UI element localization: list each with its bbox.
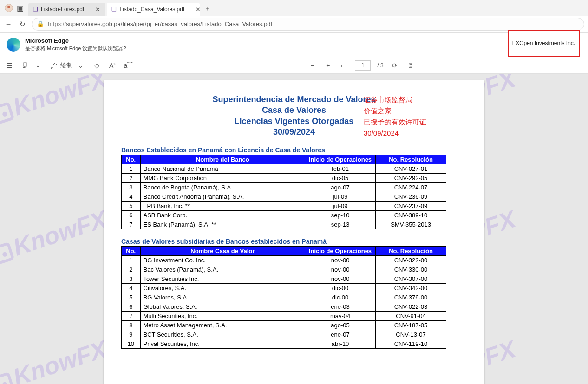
workspaces-icon[interactable]: ▣ bbox=[17, 4, 24, 13]
cell-op: nov-00 bbox=[305, 255, 376, 265]
col-res: No. Resolución bbox=[376, 246, 446, 255]
watermark: KnowFX bbox=[0, 205, 110, 268]
svg-rect-0 bbox=[24, 63, 26, 66]
address-bar[interactable]: 🔒 https://supervalores.gob.pa/files/iper… bbox=[32, 18, 584, 31]
pdf-page: Superintendencia de Mercado de Valores C… bbox=[104, 80, 484, 384]
back-icon[interactable]: ← bbox=[4, 20, 13, 28]
close-icon[interactable]: ✕ bbox=[95, 6, 100, 13]
cell-res: SMV-355-2013 bbox=[376, 220, 446, 229]
table-row: 6Global Valores, S.A.ene-03CNV-022-03 bbox=[122, 302, 446, 311]
edge-prompt-subtitle: 是否要将 Microsoft Edge 设置为默认浏览器? bbox=[25, 45, 126, 52]
table-row: 7ES Bank (Panamá), S.A. **sep-13SMV-355-… bbox=[122, 220, 446, 229]
col-name: Nombre Casa de Valor bbox=[140, 246, 305, 255]
cell-name: Metro Asset Management, S.A. bbox=[140, 320, 305, 330]
cell-res: CNV-224-07 bbox=[376, 182, 446, 192]
cell-no: 2 bbox=[122, 265, 141, 274]
refresh-icon[interactable]: ↻ bbox=[18, 20, 27, 28]
table-bancos: No. Nombre del Banco Inicio de Operacion… bbox=[121, 155, 446, 229]
zoom-out-icon[interactable]: − bbox=[307, 62, 317, 69]
cell-no: 7 bbox=[122, 311, 141, 320]
cell-no: 3 bbox=[122, 274, 141, 283]
highlighter-icon[interactable] bbox=[20, 61, 30, 69]
draw-label[interactable]: 绘制 bbox=[60, 61, 72, 70]
cell-op: jul-09 bbox=[305, 192, 376, 201]
col-name: Nombre del Banco bbox=[140, 155, 305, 164]
close-icon[interactable]: ✕ bbox=[196, 6, 201, 13]
cell-res: CNV-13-07 bbox=[376, 330, 446, 339]
cell-name: ES Bank (Panamá), S.A. ** bbox=[140, 220, 305, 229]
contents-icon[interactable]: ☰ bbox=[5, 62, 14, 69]
cell-no: 4 bbox=[122, 283, 141, 293]
add-tab-icon[interactable]: ＋ bbox=[204, 5, 211, 13]
cell-op: dic-00 bbox=[305, 283, 376, 293]
tab-casa-valores[interactable]: ❑ Listado_Casa_Valores.pdf ✕ bbox=[107, 3, 200, 16]
profile-avatar-icon[interactable] bbox=[5, 4, 13, 12]
section1-title: Bancos Establecidos en Panamá con Licenc… bbox=[121, 146, 467, 154]
table-casas: No. Nombre Casa de Valor Inicio de Opera… bbox=[121, 246, 446, 349]
cell-op: ene-07 bbox=[305, 330, 376, 339]
browser-titlebar: ▣ ❑ Listado-Forex.pdf ✕ ❑ Listado_Casa_V… bbox=[0, 0, 588, 16]
pen-icon[interactable] bbox=[49, 61, 59, 69]
page-number-input[interactable] bbox=[355, 60, 371, 71]
pdf-viewer[interactable]: KnowFX KnowFX KnowFX KnowFX KnowFX KnowF… bbox=[0, 74, 588, 384]
cell-res: CNV-119-10 bbox=[376, 339, 446, 348]
col-no: No. bbox=[122, 246, 141, 255]
cell-no: 7 bbox=[122, 220, 141, 229]
edge-logo-icon bbox=[7, 38, 20, 52]
cell-name: Banco Nacional de Panamá bbox=[140, 164, 305, 173]
cell-name: Multi Securities, Inc. bbox=[140, 311, 305, 320]
page-count: / 3 bbox=[377, 62, 383, 69]
table-row: 9BCT Securities, S.A.ene-07CNV-13-07 bbox=[122, 330, 446, 339]
cell-name: Bac Valores (Panamá), S.A. bbox=[140, 265, 305, 274]
table-row: 4Banco Credit Andorra (Panamá), S.A.jul-… bbox=[122, 192, 446, 201]
cell-res: CNV-307-00 bbox=[376, 274, 446, 283]
translation-annotation: 证券市场监督局 价值之家 已授予的有效许可证 30/09/2024 bbox=[364, 94, 426, 139]
cell-no: 6 bbox=[122, 210, 141, 220]
tab-forex[interactable]: ❑ Listado-Forex.pdf ✕ bbox=[28, 3, 105, 16]
cell-op: abr-10 bbox=[305, 339, 376, 348]
section2-title: Casas de Valores subsidiarias de Bancos … bbox=[121, 238, 467, 245]
cell-res: CNV-389-10 bbox=[376, 210, 446, 220]
cell-name: Citivalores, S.A. bbox=[140, 283, 305, 293]
cell-no: 8 bbox=[122, 320, 141, 330]
cell-op: ene-03 bbox=[305, 302, 376, 311]
lock-icon: 🔒 bbox=[37, 20, 44, 27]
cell-name: MMG Bank Corporation bbox=[140, 173, 305, 182]
table-row: 10Prival Securities, Inc.abr-10CNV-119-1… bbox=[122, 339, 446, 348]
col-op: Inicio de Operaciones bbox=[305, 246, 376, 255]
table-row: 2Bac Valores (Panamá), S.A.nov-00CNV-330… bbox=[122, 265, 446, 274]
chevron-down-icon[interactable]: ⌄ bbox=[33, 61, 43, 69]
url-text: supervalores.gob.pa/files/iper/pj_er/cas… bbox=[66, 20, 272, 27]
cell-no: 6 bbox=[122, 302, 141, 311]
cell-name: BG Investment Co. Inc. bbox=[140, 255, 305, 265]
cell-name: Prival Securities, Inc. bbox=[140, 339, 305, 348]
edge-prompt-title: Microsoft Edge bbox=[25, 37, 126, 44]
pdf-icon: ❑ bbox=[33, 6, 38, 13]
table-row: 8Metro Asset Management, S.A.ago-05CNV-1… bbox=[122, 320, 446, 330]
table-row: 5FPB Bank, Inc. **jul-09CNV-237-09 bbox=[122, 201, 446, 210]
page-layout-icon[interactable]: 🗎 bbox=[406, 62, 415, 69]
table-row: 3Banco de Bogota (Panamá), S.A.ago-07CNV… bbox=[122, 182, 446, 192]
rotate-icon[interactable]: ⟳ bbox=[390, 62, 399, 69]
cell-no: 3 bbox=[122, 182, 141, 192]
erase-icon[interactable]: ◇ bbox=[92, 62, 101, 69]
table-row: 4Citivalores, S.A.dic-00CNV-342-00 bbox=[122, 283, 446, 293]
zoom-in-icon[interactable]: + bbox=[323, 62, 333, 69]
watermark: KnowFX bbox=[0, 74, 110, 128]
cell-no: 1 bbox=[122, 255, 141, 265]
read-aloud-icon[interactable]: a⁀ bbox=[124, 62, 133, 69]
cell-res: CNV-027-01 bbox=[376, 164, 446, 173]
cell-res: CNV-376-00 bbox=[376, 293, 446, 302]
cell-res: CNV-91-04 bbox=[376, 311, 446, 320]
cell-res: CNV-292-05 bbox=[376, 173, 446, 182]
fit-page-icon[interactable]: ▭ bbox=[339, 62, 348, 69]
edge-default-prompt: Microsoft Edge 是否要将 Microsoft Edge 设置为默认… bbox=[0, 33, 588, 57]
col-op: Inicio de Operaciones bbox=[305, 155, 376, 164]
cell-op: feb-01 bbox=[305, 164, 376, 173]
table-row: 1Banco Nacional de Panamáfeb-01CNV-027-0… bbox=[122, 164, 446, 173]
cell-name: FPB Bank, Inc. ** bbox=[140, 201, 305, 210]
chevron-down-icon[interactable]: ⌄ bbox=[76, 62, 85, 69]
text-style-icon[interactable]: A» bbox=[108, 62, 117, 69]
cell-op: ago-07 bbox=[305, 182, 376, 192]
tab-label: Listado_Casa_Valores.pdf bbox=[119, 6, 184, 13]
